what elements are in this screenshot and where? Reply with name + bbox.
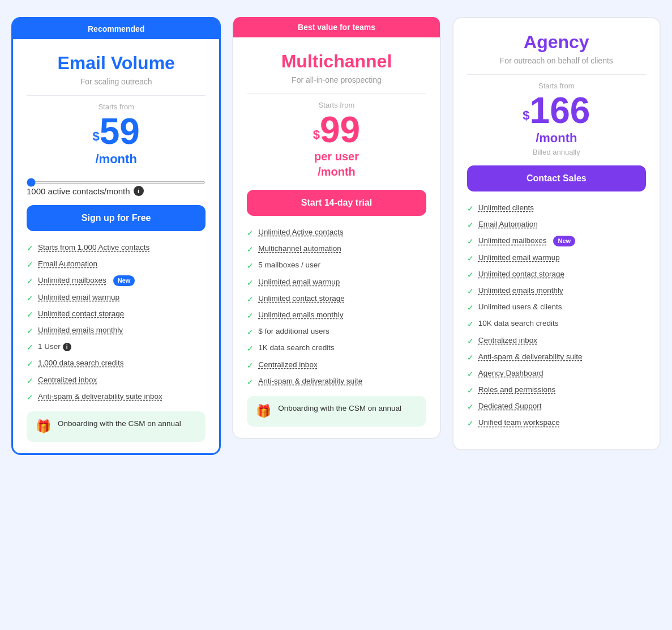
list-item: ✓1 User i xyxy=(27,342,206,352)
check-icon: ✓ xyxy=(27,342,33,352)
check-icon: ✓ xyxy=(247,343,254,354)
list-item: ✓5 mailboxes / user xyxy=(247,260,426,271)
check-icon: ✓ xyxy=(467,236,474,246)
list-item: ✓Agency Dashboard xyxy=(467,368,646,379)
price-period2-multichannel: /month xyxy=(247,165,426,178)
list-item: ✓Unlimited email warmup xyxy=(27,292,206,303)
list-item: ✓Dedicated Support xyxy=(467,401,646,412)
plan-name-multichannel: Multichannel xyxy=(247,51,426,72)
check-icon: ✓ xyxy=(247,278,254,288)
contact-sales-button[interactable]: Contact Sales xyxy=(467,165,646,191)
starts-from-email-volume: Starts from xyxy=(27,103,206,111)
list-item: ✓$ for additional users xyxy=(247,326,426,337)
list-item: ✓Anti-spam & deliverability suite inbox xyxy=(27,391,206,402)
check-icon: ✓ xyxy=(247,244,254,254)
check-icon: ✓ xyxy=(467,385,474,395)
list-item: ✓Unlimited mailboxesNew xyxy=(467,236,646,246)
check-icon: ✓ xyxy=(27,259,33,270)
price-amount-agency: 166 xyxy=(530,90,590,131)
plan-desc-agency: For outreach on behalf of clients xyxy=(467,56,646,65)
check-icon: ✓ xyxy=(247,261,254,271)
info-icon-user[interactable]: i xyxy=(63,343,71,351)
plan-card-multichannel: Best value for teams Multichannel For al… xyxy=(232,17,440,439)
list-item: ✓Centralized inbox xyxy=(247,360,426,371)
features-list-multichannel: ✓Unlimited Active contacts ✓Multichannel… xyxy=(247,227,426,387)
check-icon: ✓ xyxy=(27,276,33,286)
price-dollar-agency: $ xyxy=(523,108,529,122)
check-icon: ✓ xyxy=(27,309,33,320)
plan-name-agency: Agency xyxy=(467,32,646,53)
list-item: ✓1K data search credits xyxy=(247,343,426,354)
onboarding-box-email-volume: 🎁 Onboarding with the CSM on annual xyxy=(27,411,206,442)
check-icon: ✓ xyxy=(467,352,474,363)
onboarding-text: Onboarding with the CSM on annual xyxy=(278,404,401,412)
check-icon: ✓ xyxy=(467,303,474,313)
gift-icon: 🎁 xyxy=(256,404,271,419)
list-item: ✓Unlimited users & clients xyxy=(467,302,646,313)
list-item: ✓Email Automation xyxy=(467,219,646,230)
contacts-slider[interactable] xyxy=(27,181,206,184)
price-amount-email-volume: 59 xyxy=(100,111,140,152)
plan-name-email-volume: Email Volume xyxy=(27,53,206,74)
check-icon: ✓ xyxy=(467,270,474,280)
list-item: ✓Anti-spam & deliverability suite xyxy=(247,376,426,387)
list-item: ✓1,000 data search credits xyxy=(27,358,206,369)
list-item: ✓Unlimited contact storage xyxy=(27,309,206,320)
trial-button[interactable]: Start 14-day trial xyxy=(247,190,426,216)
recommended-badge: Recommended xyxy=(13,19,219,39)
onboarding-text: Onboarding with the CSM on annual xyxy=(58,419,181,428)
starts-from-agency: Starts from xyxy=(467,82,646,90)
new-badge-purple: New xyxy=(553,236,575,246)
list-item: ✓Unlimited clients xyxy=(467,203,646,214)
list-item: ✓Anti-spam & deliverability suite xyxy=(467,352,646,363)
check-icon: ✓ xyxy=(247,228,254,238)
list-item: ✓Unlimited emails monthly xyxy=(467,286,646,296)
list-item: ✓Unlimited Active contacts xyxy=(247,227,426,238)
price-dollar-email-volume: $ xyxy=(92,129,99,143)
starts-from-multichannel: Starts from xyxy=(247,101,426,109)
check-icon: ✓ xyxy=(467,402,474,412)
check-icon: ✓ xyxy=(27,243,33,253)
list-item: ✓Centralized inbox xyxy=(467,335,646,346)
check-icon: ✓ xyxy=(247,377,254,387)
check-icon: ✓ xyxy=(467,369,474,379)
list-item: ✓Starts from 1,000 Active contacts xyxy=(27,242,206,253)
price-period-email-volume: /month xyxy=(27,152,206,167)
new-badge: New xyxy=(113,275,135,286)
list-item: ✓Unlimited emails monthly xyxy=(27,325,206,336)
list-item: ✓Unified team workspace xyxy=(467,418,646,428)
check-icon: ✓ xyxy=(247,294,254,304)
check-icon: ✓ xyxy=(247,327,254,337)
slider-label: 1000 active contacts/month i xyxy=(27,186,206,196)
check-icon: ✓ xyxy=(27,392,33,402)
check-icon: ✓ xyxy=(467,319,474,329)
check-icon: ✓ xyxy=(467,336,474,346)
list-item: ✓10K data search credits xyxy=(467,318,646,329)
check-icon: ✓ xyxy=(467,203,474,214)
check-icon: ✓ xyxy=(27,293,33,303)
list-item: ✓Unlimited email warmup xyxy=(467,253,646,263)
list-item: ✓Unlimited emails monthly xyxy=(247,310,426,321)
signup-free-button[interactable]: Sign up for Free xyxy=(27,205,206,231)
slider-container: 1000 active contacts/month i xyxy=(27,176,206,196)
list-item: ✓Roles and permissions xyxy=(467,385,646,395)
pricing-container: Recommended Email Volume For scaling out… xyxy=(11,11,661,455)
plan-card-email-volume: Recommended Email Volume For scaling out… xyxy=(11,17,221,455)
price-sub-agency: Billed annually xyxy=(467,148,646,156)
check-icon: ✓ xyxy=(247,310,254,321)
list-item: ✓Centralized inbox xyxy=(27,375,206,386)
check-icon: ✓ xyxy=(27,326,33,336)
list-item: ✓Unlimited mailboxesNew xyxy=(27,275,206,286)
price-dollar-multichannel: $ xyxy=(313,127,320,142)
check-icon: ✓ xyxy=(27,359,33,369)
list-item: ✓Unlimited email warmup xyxy=(247,277,426,288)
multichannel-badge: Best value for teams xyxy=(233,17,439,37)
check-icon: ✓ xyxy=(27,376,33,386)
price-period-multichannel: per user xyxy=(247,150,426,163)
plan-desc-multichannel: For all-in-one prospecting xyxy=(247,75,426,84)
list-item: ✓Multichannel automation xyxy=(247,244,426,254)
check-icon: ✓ xyxy=(247,360,254,371)
onboarding-box-multichannel: 🎁 Onboarding with the CSM on annual xyxy=(247,396,426,427)
info-icon[interactable]: i xyxy=(134,186,144,196)
list-item: ✓Unlimited contact storage xyxy=(247,293,426,304)
